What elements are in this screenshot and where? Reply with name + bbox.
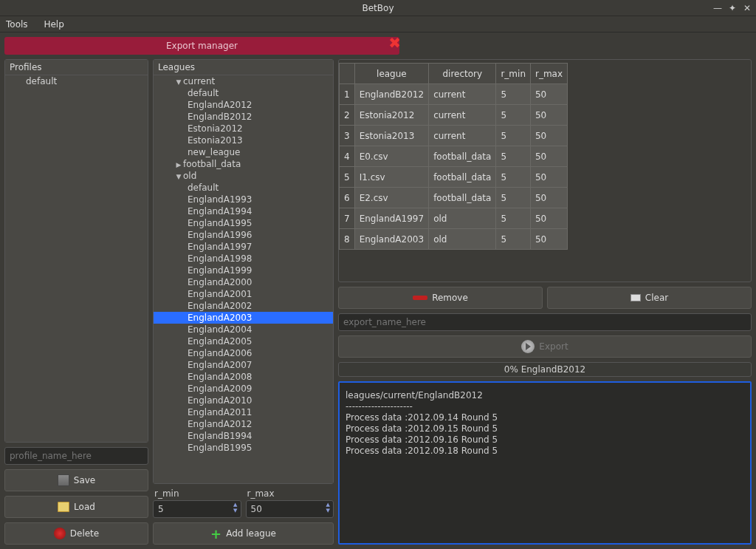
play-icon [521, 340, 535, 353]
league-tree-item[interactable]: EnglandA1996 [154, 229, 333, 241]
table-row[interactable]: 5I1.csvfootball_data550 [340, 167, 568, 188]
league-tree-item[interactable]: EnglandA1994 [154, 205, 333, 217]
league-tree-item[interactable]: EnglandA2005 [154, 335, 333, 347]
save-button[interactable]: Save [4, 469, 148, 491]
load-button[interactable]: Load [4, 496, 148, 518]
league-tree-item[interactable]: ▶football_data [154, 158, 333, 170]
table-row[interactable]: 3Estonia2013current550 [340, 126, 568, 146]
plus-icon: + [210, 526, 221, 542]
minimize-button[interactable]: — [713, 0, 722, 16]
league-tree-item[interactable]: EnglandA1997 [154, 241, 333, 253]
league-tree-item[interactable]: EnglandA2008 [154, 371, 333, 383]
league-tree-item[interactable]: EnglandA2000 [154, 276, 333, 288]
league-tree-item[interactable]: EnglandA2004 [154, 324, 333, 335]
table-row[interactable]: 1EnglandB2012current550 [340, 84, 568, 105]
minus-icon [413, 296, 427, 300]
league-tree-item[interactable]: new_league [154, 146, 333, 158]
league-tree-item[interactable]: EnglandB1995 [154, 442, 333, 454]
league-tree-item[interactable]: EnglandA1993 [154, 194, 333, 205]
league-tree-item[interactable]: EnglandA2002 [154, 300, 333, 312]
spinner-arrows-icon[interactable]: ▲▼ [326, 502, 330, 514]
rmin-spinner[interactable]: 5 ▲▼ [153, 500, 241, 518]
clear-button[interactable]: Clear [547, 287, 752, 309]
export-button[interactable]: Export [338, 335, 752, 358]
progress-bar: 0% EnglandB2012 [338, 362, 752, 377]
league-tree-item[interactable]: ▼old [154, 170, 333, 182]
rmin-label: r_min [153, 488, 241, 499]
folder-icon [58, 502, 69, 512]
menu-help[interactable]: Help [44, 19, 63, 30]
remove-button[interactable]: Remove [338, 287, 543, 309]
window-controls: — ✦ ✕ [713, 0, 752, 16]
leagues-header: Leagues [154, 60, 333, 75]
chevron-down-icon[interactable]: ▼ [174, 173, 183, 180]
rmax-spinner[interactable]: 50 ▲▼ [246, 500, 334, 518]
window-title: BetBoy [362, 3, 394, 13]
export-table[interactable]: leaguedirectoryr_minr_max1EnglandB2012cu… [339, 63, 568, 250]
league-tree-item[interactable]: Estonia2012 [154, 123, 333, 134]
titlebar: BetBoy — ✦ ✕ [0, 0, 756, 16]
menu-tools[interactable]: Tools [6, 19, 28, 30]
table-row[interactable]: 8EnglandA2003old550 [340, 229, 568, 250]
league-tree-item[interactable]: EnglandA2007 [154, 359, 333, 371]
league-tree-item[interactable]: EnglandA1998 [154, 253, 333, 265]
profile-name-input[interactable] [4, 447, 148, 465]
league-tree-item[interactable]: default [154, 87, 333, 99]
delete-icon [54, 528, 66, 539]
save-icon [58, 474, 69, 486]
league-tree-item[interactable]: EnglandA2012 [154, 99, 333, 111]
profiles-header: Profiles [5, 60, 148, 75]
clear-icon [630, 294, 641, 301]
maximize-button[interactable]: ✦ [728, 0, 737, 16]
export-table-panel: leaguedirectoryr_minr_max1EnglandB2012cu… [338, 59, 752, 282]
league-tree-item[interactable]: EnglandA2011 [154, 406, 333, 418]
league-tree-item[interactable]: Estonia2013 [154, 134, 333, 146]
table-row[interactable]: 2Estonia2012current550 [340, 105, 568, 126]
delete-button[interactable]: Delete [4, 522, 148, 545]
league-tree-item[interactable]: EnglandA2001 [154, 288, 333, 300]
chevron-right-icon[interactable]: ▶ [174, 161, 183, 168]
export-manager-banner: Export manager ✖ [4, 37, 399, 55]
profiles-panel: Profiles default [4, 59, 148, 443]
table-header[interactable]: league [354, 64, 429, 84]
table-row[interactable]: 4E0.csvfootball_data550 [340, 146, 568, 167]
spinner-arrows-icon[interactable]: ▲▼ [233, 502, 237, 514]
close-button[interactable]: ✕ [743, 0, 752, 16]
league-tree-item[interactable]: EnglandA1995 [154, 217, 333, 229]
table-row[interactable]: 7EnglandA1997old550 [340, 208, 568, 229]
league-tree-item[interactable]: EnglandA2010 [154, 395, 333, 406]
league-tree-item[interactable]: EnglandB2012 [154, 111, 333, 123]
league-tree-item[interactable]: EnglandA2003 [154, 312, 333, 324]
league-tree-item[interactable]: ▼current [154, 75, 333, 87]
league-tree-item[interactable]: EnglandA2009 [154, 383, 333, 395]
rmax-label: r_max [246, 488, 334, 499]
add-league-button[interactable]: + Add league [153, 522, 334, 545]
table-header[interactable]: r_min [496, 64, 531, 84]
log-output[interactable]: leagues/current/EnglandB2012 -----------… [338, 381, 752, 545]
profiles-tree[interactable]: default [5, 75, 148, 442]
league-tree-item[interactable]: EnglandA2006 [154, 347, 333, 359]
leagues-tree[interactable]: ▼currentdefaultEnglandA2012EnglandB2012E… [154, 75, 333, 483]
export-name-input[interactable] [338, 313, 752, 331]
menubar: Tools Help [0, 16, 756, 33]
banner-close-icon[interactable]: ✖ [388, 34, 401, 52]
profile-item[interactable]: default [5, 75, 148, 87]
league-tree-item[interactable]: EnglandA2012 [154, 418, 333, 430]
league-tree-item[interactable]: EnglandA1999 [154, 265, 333, 276]
league-tree-item[interactable]: EnglandB1994 [154, 430, 333, 442]
chevron-down-icon[interactable]: ▼ [174, 78, 183, 86]
table-row[interactable]: 6E2.csvfootball_data550 [340, 188, 568, 208]
table-header[interactable]: r_max [530, 64, 567, 84]
banner-label: Export manager [166, 41, 238, 51]
leagues-panel: Leagues ▼currentdefaultEnglandA2012Engla… [153, 59, 334, 484]
table-header[interactable] [340, 64, 355, 84]
table-header[interactable]: directory [429, 64, 496, 84]
league-tree-item[interactable]: default [154, 182, 333, 194]
